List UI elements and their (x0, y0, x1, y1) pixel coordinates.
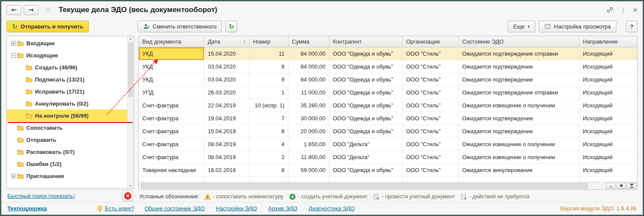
cell-date[interactable]: 16.02.2018 (204, 164, 250, 176)
cell-doc-type[interactable]: Счет-фактура (139, 138, 204, 150)
cell-date[interactable]: 19.04.2019 (204, 112, 250, 125)
cell-organization[interactable]: ООО "Стиль" (403, 60, 459, 73)
table-row[interactable]: УПД26.03.2020111 000,00ООО "Одежда и обу… (139, 86, 637, 99)
cell-sum[interactable]: 20 000,00 (288, 125, 329, 138)
cell-counterparty[interactable]: ООО "Дельта" (329, 138, 403, 150)
column-header-direction[interactable]: Направление (579, 36, 637, 47)
cell-organization[interactable]: ООО "Стиль" (403, 125, 459, 138)
cell-number[interactable]: 2 (250, 151, 288, 163)
more-button[interactable]: Еще ▾ (508, 21, 535, 32)
scroll-down-icon[interactable]: ▼ (129, 185, 132, 188)
cell-date[interactable]: 15.04.2020 (204, 47, 250, 60)
horizontal-scrollbar[interactable] (139, 182, 605, 189)
close-icon[interactable]: × (633, 6, 638, 14)
column-header-sum[interactable]: Сумма (288, 36, 329, 47)
sidebar-item-sign[interactable]: Подписать (13/21) (7, 73, 127, 85)
sidebar-item-annul[interactable]: Аннулировать (0/2) (7, 97, 127, 110)
table-row[interactable]: Счет-фактура22.04.201910 (испр. 1)35 280… (139, 99, 637, 112)
expand-icon[interactable]: + (9, 41, 17, 46)
cell-date[interactable]: 03.04.2020 (204, 73, 250, 86)
cell-counterparty[interactable]: ООО "Одежда и обувь" (329, 99, 403, 112)
scroll-row-down-button[interactable] (616, 183, 626, 189)
scrollbar-thumb[interactable] (128, 43, 133, 97)
cell-edo-state[interactable]: Ожидается подтверждение (459, 112, 579, 125)
cell-counterparty[interactable]: ООО "Одежда и обувь" (329, 60, 403, 73)
cell-number[interactable]: 8 (250, 164, 288, 176)
edo-settings-link[interactable]: Настройки ЭДО (216, 205, 257, 212)
cell-direction[interactable]: Исходящий (579, 60, 637, 73)
idea-link[interactable]: Есть идея? (105, 205, 134, 212)
sidebar-item-match[interactable]: Сопоставить (7, 122, 127, 134)
sidebar-item-incoming[interactable]: +Входящие (7, 37, 127, 49)
cell-sum[interactable]: 35 280,00 (288, 99, 329, 112)
back-button[interactable]: ← (6, 5, 21, 15)
cell-organization[interactable]: ООО "Стиль" (403, 164, 459, 176)
scroll-row-up-button[interactable] (606, 183, 616, 189)
sidebar-item-create[interactable]: Создать (46/96) (7, 61, 127, 73)
help-button[interactable]: ? (626, 21, 638, 32)
favorite-star-icon[interactable]: ☆ (44, 5, 52, 15)
cell-doc-type[interactable]: Товарная накладная (139, 164, 204, 176)
cell-counterparty[interactable]: ООО "Одежда и обувь" (329, 47, 403, 60)
table-row[interactable]: Товарная накладная16.02.2018859 000,00ОО… (139, 164, 637, 177)
cell-direction[interactable]: Исходящий (579, 112, 637, 125)
cell-number[interactable]: 9 (250, 60, 288, 73)
collapse-icon[interactable]: − (9, 53, 17, 58)
cell-doc-type[interactable]: УПД (139, 86, 204, 99)
more-menu-icon[interactable]: ⋮ (620, 7, 626, 13)
cell-edo-state[interactable]: Ожидается извещение о получении (459, 151, 579, 163)
cell-organization[interactable]: ООО "Стиль" (403, 47, 459, 60)
cell-counterparty[interactable]: ООО "Одежда и обувь" (329, 112, 403, 125)
change-responsible-button[interactable]: Сменить ответственного (138, 21, 222, 32)
cell-sum[interactable]: 84 000,00 (288, 60, 329, 73)
sidebar-item-invitations[interactable]: +Приглашения (7, 170, 127, 182)
sidebar-item-correct[interactable]: Исправить (17/21) (7, 85, 127, 97)
edo-archive-link[interactable]: Архив ЭДО (268, 205, 297, 212)
column-header-edo-state[interactable]: Состояние ЭДО (459, 36, 579, 47)
get-link-icon[interactable] (606, 6, 613, 13)
cell-date[interactable]: 15.04.2019 (204, 125, 250, 138)
cell-doc-type[interactable]: Счет-фактура (139, 112, 204, 125)
cell-counterparty[interactable]: ООО "Дельта" (329, 151, 403, 163)
cell-organization[interactable]: ООО "Стиль" (403, 73, 459, 86)
cell-direction[interactable]: Исходящий (579, 151, 637, 163)
tree-scrollbar[interactable]: ▲ ▼ (127, 36, 134, 188)
cell-number[interactable]: 11 (250, 47, 288, 60)
expand-icon[interactable]: + (9, 174, 17, 178)
cell-organization[interactable]: ООО "Стиль" (403, 112, 459, 125)
column-header-doc-type[interactable]: Вид документа (139, 36, 204, 47)
cell-doc-type[interactable]: Счет-фактура (139, 151, 204, 163)
cell-date[interactable]: 26.03.2020 (204, 86, 250, 99)
cell-edo-state[interactable]: Ожидается извещение о получении (459, 99, 579, 112)
edo-status-link[interactable]: Общее состояние ЭДО (144, 205, 205, 212)
cell-edo-state[interactable]: Ожидается подтверждение отправки (459, 47, 579, 60)
cell-number[interactable]: 1 (250, 86, 288, 99)
cell-sum[interactable]: 59 000,00 (288, 164, 329, 176)
cell-direction[interactable]: Исходящий (579, 125, 637, 138)
edo-diagnostics-link[interactable]: Диагностика ЭДО (309, 205, 355, 212)
scroll-up-icon[interactable]: ▲ (129, 37, 132, 40)
forward-button[interactable]: → (24, 5, 38, 15)
support-link[interactable]: Техподдержка (7, 205, 47, 212)
table-row[interactable]: УКД15.04.20201184 000,00ООО "Одежда и об… (139, 47, 637, 60)
cell-counterparty[interactable]: ООО "Одежда и обувь" (329, 125, 403, 138)
cell-direction[interactable]: Исходящий (579, 86, 637, 99)
quick-search-link[interactable]: Быстрый поиск (показать) (7, 193, 75, 199)
sidebar-item-unpack[interactable]: Распаковать (0/7) (7, 146, 127, 158)
sidebar-item-outgoing[interactable]: −Исходящие (7, 49, 127, 61)
cell-sum[interactable]: 84 000,00 (288, 47, 329, 60)
cell-counterparty[interactable]: ООО "Одежда и обувь" (329, 86, 403, 99)
scrollbar-thumb[interactable] (141, 183, 588, 188)
cell-sum[interactable]: 84 000,00 (288, 73, 329, 86)
sidebar-item-send[interactable]: Отправить (7, 134, 127, 146)
cell-edo-state[interactable]: Ожидается подтверждение отправки (459, 86, 579, 99)
table-row[interactable]: Счет-фактура08.04.2019211 800,00ООО "Дел… (139, 151, 637, 164)
cell-counterparty[interactable]: ООО "Одежда и обувь" (329, 164, 403, 176)
table-row[interactable]: УКД03.04.2020984 000,00ООО "Одежда и обу… (139, 60, 637, 73)
send-receive-button[interactable]: ↻ Отправить и получить (6, 21, 89, 32)
refresh-button[interactable]: ↻ (225, 21, 237, 32)
cell-organization[interactable]: ООО "Стиль" (403, 99, 459, 112)
cell-counterparty[interactable]: ООО "Одежда и обувь" (329, 73, 403, 86)
table-row[interactable]: Счет-фактура08.04.201941 650,00ООО "Дель… (139, 138, 637, 151)
cell-edo-state[interactable]: Ожидается подтверждение (459, 73, 579, 86)
